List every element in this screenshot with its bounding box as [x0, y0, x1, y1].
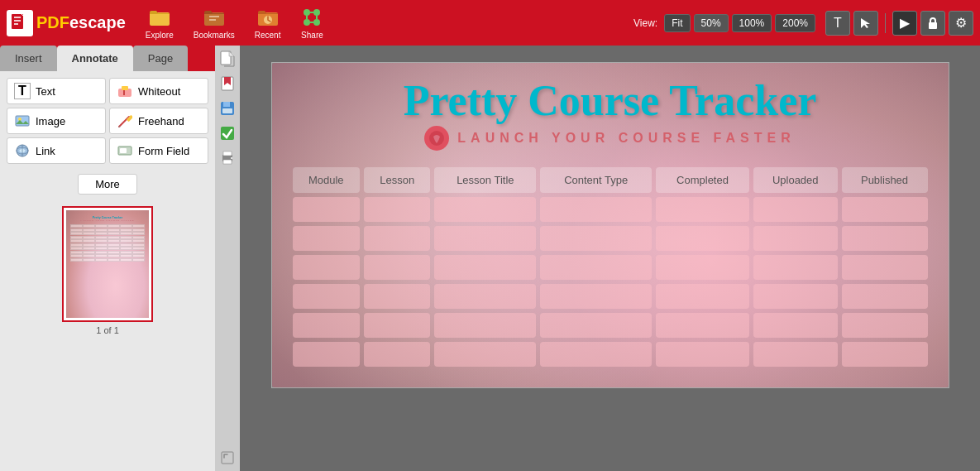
text-cursor-tool[interactable]: T — [825, 11, 850, 36]
subtitle-text: LAUNCH YOUR COURSE FASTER — [457, 131, 795, 146]
table-cell — [293, 313, 361, 338]
page-title: Pretty Course Tracker — [289, 79, 932, 123]
svg-rect-4 — [150, 12, 170, 26]
table-cell — [842, 226, 928, 251]
table-cell — [842, 255, 928, 280]
zoom-200-button[interactable]: 200% — [775, 14, 815, 32]
table-cell — [434, 342, 536, 367]
table-cell — [540, 226, 652, 251]
edge-document-icon[interactable] — [218, 49, 237, 69]
view-label: View: — [633, 17, 657, 29]
table-cell — [753, 226, 838, 251]
table-cell — [434, 284, 536, 309]
table-cell — [753, 313, 838, 338]
freehand-tool-button[interactable]: Freehand — [109, 108, 208, 134]
svg-rect-6 — [209, 16, 219, 17]
bookmarks-icon — [203, 6, 226, 29]
svg-rect-35 — [222, 108, 232, 113]
table-cell — [842, 342, 928, 367]
table-cell — [434, 226, 536, 251]
left-sidebar: Insert Annotate Page T Text Whiteout — [0, 46, 215, 471]
link-tool-label: Link — [36, 145, 55, 157]
table-cell — [656, 255, 749, 280]
tool-buttons-grid: T Text Whiteout — [0, 71, 215, 171]
image-tool-label: Image — [36, 115, 65, 127]
col-completed: Completed — [656, 167, 749, 193]
text-tool-button[interactable]: T Text — [7, 78, 106, 104]
whiteout-tool-button[interactable]: Whiteout — [109, 78, 208, 104]
explore-button[interactable]: Explore — [139, 2, 180, 43]
svg-rect-7 — [209, 19, 216, 21]
form-field-tool-label: Form Field — [138, 145, 189, 157]
bookmarks-button[interactable]: Bookmarks — [187, 2, 241, 43]
recent-button[interactable]: Recent — [248, 2, 288, 43]
whiteout-tool-label: Whiteout — [138, 85, 180, 98]
tab-insert[interactable]: Insert — [0, 46, 57, 71]
svg-point-13 — [313, 19, 320, 26]
svg-point-11 — [313, 9, 320, 16]
whiteout-tool-icon — [117, 83, 133, 99]
tab-bar: Insert Annotate Page — [0, 46, 215, 71]
svg-rect-22 — [16, 116, 29, 126]
svg-rect-21 — [123, 90, 125, 95]
table-cell — [293, 284, 361, 309]
tab-page[interactable]: Page — [133, 46, 188, 71]
table-cell — [364, 284, 430, 309]
tab-annotate[interactable]: Annotate — [57, 46, 133, 71]
lock-button[interactable] — [920, 11, 945, 36]
edge-checkmark-icon[interactable] — [218, 123, 237, 143]
page-thumbnail[interactable]: Pretty Course Tracker LAUNCH YOUR COURSE… — [62, 206, 153, 322]
image-tool-button[interactable]: Image — [7, 108, 106, 134]
page-background: Pretty Course Tracker LAUNCH YOUR COURSE… — [271, 62, 949, 388]
app-logo: PDFescape — [7, 10, 126, 36]
table-cell — [434, 255, 536, 280]
link-tool-button[interactable]: Link — [7, 137, 106, 164]
logo-text: PDFescape — [36, 13, 126, 32]
table-cell — [540, 255, 652, 280]
view-controls: View: Fit 50% 100% 200% T ▶ ⚙ — [633, 11, 973, 36]
table-cell — [364, 255, 430, 280]
zoom-50-button[interactable]: 50% — [694, 14, 729, 32]
more-button[interactable]: More — [78, 174, 137, 195]
table-cell — [753, 197, 838, 222]
table-cell — [656, 197, 749, 222]
page-content-area: Pretty Course Tracker LAUNCH YOUR COURSE… — [272, 63, 949, 387]
top-toolbar: PDFescape Explore Bookmarks — [0, 0, 980, 46]
form-field-tool-button[interactable]: Form Field — [109, 137, 208, 164]
svg-rect-3 — [14, 23, 18, 25]
table-cell — [540, 313, 652, 338]
table-cell — [540, 284, 652, 309]
svg-line-24 — [119, 117, 129, 127]
text-tool-label: Text — [36, 85, 55, 98]
separator — [885, 13, 886, 33]
pointer-tool[interactable] — [853, 11, 878, 36]
tracker-table: Module Lesson Lesson Title Content Type … — [289, 163, 932, 371]
page-nav-button[interactable]: ▶ — [892, 11, 917, 36]
edge-resize-icon[interactable] — [218, 448, 237, 468]
edge-bookmark-icon[interactable] — [218, 74, 237, 94]
share-button[interactable]: Share — [294, 2, 330, 43]
pdf-page: Pretty Course Tracker LAUNCH YOUR COURSE… — [271, 62, 949, 454]
edge-print-icon[interactable] — [218, 148, 237, 168]
col-module: Module — [293, 167, 361, 193]
zoom-100-button[interactable]: 100% — [732, 14, 772, 32]
page-subtitle: LAUNCH YOUR COURSE FASTER — [289, 126, 932, 151]
table-cell — [656, 313, 749, 338]
share-icon — [300, 6, 323, 29]
col-lesson: Lesson — [364, 167, 430, 193]
col-content-type: Content Type — [540, 167, 652, 193]
svg-rect-18 — [929, 22, 937, 29]
svg-point-40 — [231, 157, 232, 159]
zoom-fit-button[interactable]: Fit — [664, 14, 690, 32]
table-cell — [842, 284, 928, 309]
subtitle-icon — [424, 126, 449, 151]
table-cell — [434, 313, 536, 338]
settings-button[interactable]: ⚙ — [949, 11, 973, 36]
pdf-viewer[interactable]: Pretty Course Tracker LAUNCH YOUR COURSE… — [240, 46, 980, 471]
svg-point-12 — [304, 19, 310, 26]
svg-rect-30 — [120, 148, 127, 153]
table-cell — [364, 342, 430, 367]
edge-save-icon[interactable] — [218, 99, 237, 118]
col-published: Published — [842, 167, 928, 193]
table-cell — [656, 226, 749, 251]
